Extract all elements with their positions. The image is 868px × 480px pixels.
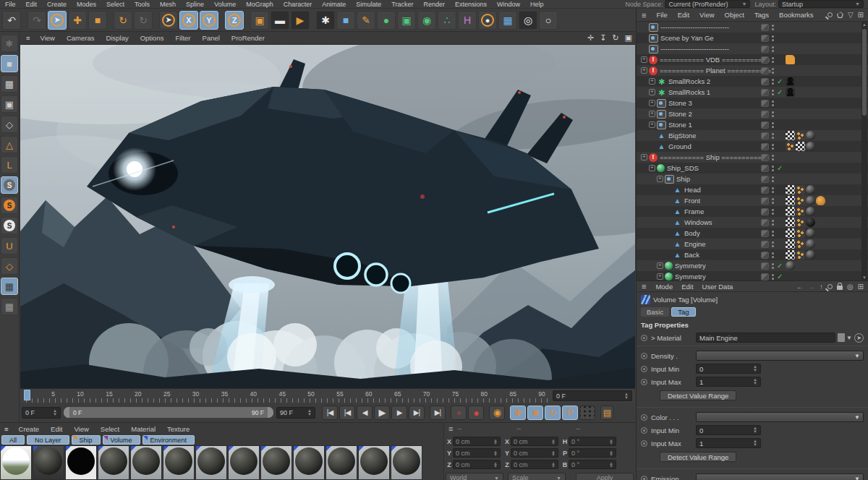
model-mode-icon[interactable]: ■ xyxy=(1,55,18,72)
expand-icon[interactable] xyxy=(641,154,647,160)
filter-icon[interactable]: ▽ xyxy=(846,11,856,19)
value-field[interactable]: 1▲▼ xyxy=(696,438,761,448)
material-link-field[interactable]: Main Engine xyxy=(696,333,835,343)
viewport-menu-cameras[interactable]: Cameras xyxy=(61,34,101,42)
animation-dot-icon[interactable] xyxy=(641,353,647,359)
live-selection-tool-icon[interactable]: ➤ xyxy=(48,11,67,30)
edit-toggle-icon[interactable] xyxy=(761,219,769,226)
visibility-dots-icon[interactable] xyxy=(772,56,775,64)
edit-toggle-icon[interactable] xyxy=(761,46,769,53)
menu-window[interactable]: Window xyxy=(492,1,525,8)
stepper-icon[interactable]: ▲▼ xyxy=(753,378,757,385)
visibility-dots-icon[interactable] xyxy=(772,230,775,237)
visibility-dots-icon[interactable] xyxy=(772,262,775,270)
viewport-menu-prorender[interactable]: ProRender xyxy=(226,34,271,42)
up-arrow-icon[interactable]: ↑ xyxy=(817,283,825,291)
edit-toggle-icon[interactable] xyxy=(761,230,769,237)
tree-row-ground[interactable]: ▲Ground xyxy=(637,141,868,152)
edit-toggle-icon[interactable] xyxy=(761,252,769,259)
visibility-dots-icon[interactable] xyxy=(772,165,775,172)
edit-toggle-icon[interactable] xyxy=(761,132,769,140)
visibility-dots-icon[interactable] xyxy=(772,143,775,150)
checker-tag-icon[interactable] xyxy=(786,228,795,238)
animation-dot-icon[interactable] xyxy=(641,476,647,480)
edit-render-settings-icon[interactable]: ✱ xyxy=(316,11,335,30)
checker-tag-icon[interactable] xyxy=(786,239,795,249)
stepper-icon[interactable]: ▲▼ xyxy=(551,462,556,468)
viewport-canvas[interactable] xyxy=(20,45,635,388)
apply-button[interactable]: Apply xyxy=(576,473,634,480)
tree-row-head[interactable]: ▲Head xyxy=(637,184,868,195)
attribute-manager-menu-icon[interactable]: ≡ xyxy=(637,282,651,291)
sphere-tag-icon[interactable] xyxy=(806,250,815,260)
menu-character[interactable]: Character xyxy=(278,1,318,8)
visibility-dots-icon[interactable] xyxy=(772,24,775,31)
material-menu-select[interactable]: Select xyxy=(95,425,125,433)
material-menu-edit[interactable]: Edit xyxy=(45,425,68,433)
material-thumbnail[interactable] xyxy=(98,445,129,480)
expand-icon[interactable] xyxy=(649,78,655,85)
edit-toggle-icon[interactable] xyxy=(761,78,769,85)
rotation-value-field[interactable]: 0 °▲▼ xyxy=(569,437,616,446)
render-to-picture-viewer-icon[interactable]: ▶ xyxy=(291,11,310,30)
snapping-white-icon[interactable]: S xyxy=(1,217,18,234)
material-thumbnail[interactable] xyxy=(195,445,227,480)
object-manager-menu-view[interactable]: View xyxy=(694,11,719,19)
view-grid-icon[interactable]: ▦ xyxy=(1,278,18,295)
menu-volume[interactable]: Volume xyxy=(209,1,241,8)
visibility-dots-icon[interactable] xyxy=(772,197,775,205)
enable-axis-mode-icon[interactable]: L xyxy=(1,156,18,173)
tree-row-ship[interactable]: Ship xyxy=(637,173,868,184)
stepper-icon[interactable]: ▲▼ xyxy=(609,439,613,445)
dots-tag-icon[interactable] xyxy=(796,218,805,227)
connect-objects-icon[interactable]: H xyxy=(458,11,477,30)
material-menu-icon[interactable]: ≡ xyxy=(0,425,13,433)
vdb-tag-icon[interactable] xyxy=(786,55,795,64)
edit-toggle-icon[interactable] xyxy=(761,89,769,96)
tree-row-ship-sds[interactable]: Ship_SDS✓ xyxy=(637,163,868,173)
end-frame-field[interactable]: 90 F▲▼ xyxy=(276,407,315,419)
texture-mode-icon[interactable]: ▦ xyxy=(1,75,18,93)
tree-row-bigstone[interactable]: ▲BigStone xyxy=(637,130,868,141)
workplane-icon[interactable]: ◇ xyxy=(1,257,18,275)
magnet-tool-icon[interactable]: U xyxy=(1,237,18,254)
undo-icon[interactable]: ↶ xyxy=(2,11,21,30)
edit-toggle-icon[interactable] xyxy=(761,165,769,172)
tab-tag[interactable]: Tag xyxy=(671,307,695,317)
dots-tag-icon[interactable] xyxy=(786,142,795,151)
edit-toggle-icon[interactable] xyxy=(761,262,769,270)
start-frame-field[interactable]: 0 F▲▼ xyxy=(22,407,61,419)
checker-tag-icon[interactable] xyxy=(786,196,795,205)
viewport-menu-options[interactable]: Options xyxy=(135,34,170,42)
coordinates-menu-icon[interactable]: ≡ xyxy=(444,424,457,433)
stepper-icon[interactable]: ▲▼ xyxy=(493,450,498,456)
snapping-gray-icon[interactable]: S xyxy=(1,176,18,194)
back-arrow-icon[interactable]: ← xyxy=(794,283,806,291)
object-manager-scrollbar[interactable]: ▲ ▼ xyxy=(861,22,867,280)
keyframe-scale-button[interactable]: ■ xyxy=(527,406,543,420)
menu-mograph[interactable]: MoGraph xyxy=(241,1,278,8)
value-field[interactable]: 0▲▼ xyxy=(696,364,761,374)
viewport-menu-filter[interactable]: Filter xyxy=(169,34,196,42)
checker-tag-icon[interactable] xyxy=(786,207,795,216)
sphere-tag-icon[interactable] xyxy=(806,207,815,216)
points-mode-icon[interactable]: ◇ xyxy=(1,116,18,133)
value-field[interactable]: 0▲▼ xyxy=(696,425,761,435)
goto-start-button[interactable]: |◀ xyxy=(322,406,338,420)
sphere-tag-icon[interactable] xyxy=(806,142,815,151)
visibility-dots-icon[interactable] xyxy=(772,121,775,129)
lock-z-axis-icon[interactable]: Z xyxy=(225,11,244,30)
stepper-icon[interactable]: ▲▼ xyxy=(609,462,613,468)
workplane-mode-icon[interactable]: ▣ xyxy=(1,95,18,113)
visibility-dots-icon[interactable] xyxy=(772,208,775,215)
expand-icon[interactable] xyxy=(641,67,647,74)
keyframe-rotation-button[interactable]: ↻ xyxy=(545,406,561,420)
tree-row-vdb[interactable]: =========== VDB ============ xyxy=(637,54,868,65)
menu-animate[interactable]: Animate xyxy=(317,1,351,8)
tree-row-back[interactable]: ▲Back xyxy=(637,249,868,260)
edit-toggle-icon[interactable] xyxy=(761,273,769,280)
tree-row-[interactable]: ------------------------------ xyxy=(637,22,868,33)
keyframe-position-button[interactable]: ✚ xyxy=(510,406,526,420)
object-manager-menu-file[interactable]: File xyxy=(651,11,672,19)
timeline-ruler[interactable]: 051015202530354045505560657075808590 0 F… xyxy=(20,388,635,403)
